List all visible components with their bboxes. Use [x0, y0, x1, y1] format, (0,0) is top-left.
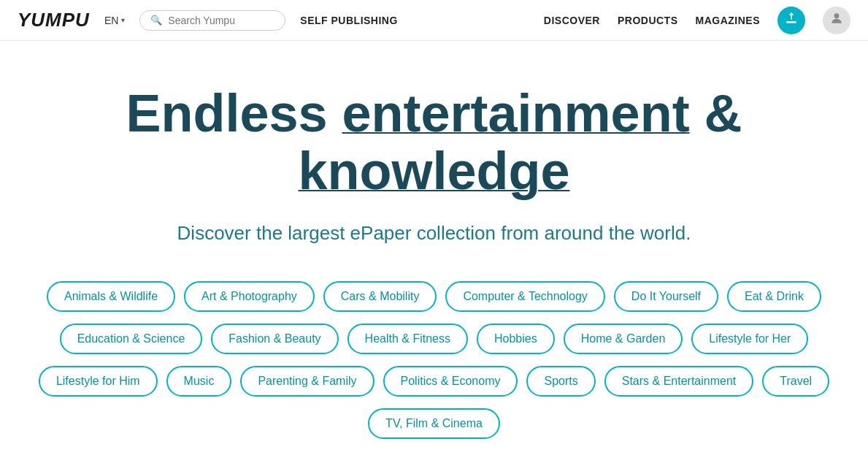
headline-prefix: Endless — [126, 84, 342, 142]
navbar: YUMPU EN ▾ 🔍 SELF PUBLISHING DISCOVER PR… — [0, 0, 868, 41]
headline-entertainment[interactable]: entertainment — [342, 84, 690, 142]
category-pill-cars-mobility[interactable]: Cars & Mobility — [323, 281, 437, 312]
nav-discover[interactable]: DISCOVER — [544, 15, 600, 26]
category-grid: Animals & WildlifeArt & PhotographyCars … — [33, 281, 836, 439]
category-pill-sports[interactable]: Sports — [526, 366, 595, 397]
user-button[interactable] — [823, 7, 850, 34]
category-row-1: Education & ScienceFashion & BeautyHealt… — [60, 324, 809, 354]
upload-icon — [784, 11, 799, 29]
search-container: 🔍 — [139, 10, 285, 31]
category-pill-do-it-yourself[interactable]: Do It Yourself — [614, 281, 718, 312]
svg-point-0 — [834, 13, 840, 18]
category-pill-politics-economy[interactable]: Politics & Economy — [383, 366, 518, 397]
logo[interactable]: YUMPU — [18, 9, 90, 31]
category-pill-art-photography[interactable]: Art & Photography — [184, 281, 315, 312]
category-pill-lifestyle-for-her[interactable]: Lifestyle for Her — [691, 324, 808, 354]
category-pill-fashion-beauty[interactable]: Fashion & Beauty — [211, 324, 338, 354]
category-pill-stars-entertainment[interactable]: Stars & Entertainment — [604, 366, 754, 397]
category-pill-eat-drink[interactable]: Eat & Drink — [727, 281, 821, 312]
hero-headline: Endless entertainment & knowledge — [29, 85, 839, 200]
headline-knowledge[interactable]: knowledge — [298, 142, 569, 200]
category-pill-education-science[interactable]: Education & Science — [60, 324, 203, 354]
category-row-2: Lifestyle for HimMusicParenting & Family… — [39, 366, 829, 397]
nav-self-publishing[interactable]: SELF PUBLISHING — [300, 15, 398, 26]
category-pill-computer-technology[interactable]: Computer & Technology — [445, 281, 604, 312]
category-pill-music[interactable]: Music — [166, 366, 232, 397]
headline-and: & — [690, 84, 742, 142]
user-icon — [829, 11, 844, 29]
category-pill-animals-wildlife[interactable]: Animals & Wildlife — [47, 281, 175, 312]
category-pill-home-garden[interactable]: Home & Garden — [564, 324, 683, 354]
chevron-down-icon: ▾ — [121, 16, 125, 24]
hero-subtitle: Discover the largest ePaper collection f… — [177, 222, 691, 245]
category-pill-health-fitness[interactable]: Health & Fitness — [347, 324, 468, 354]
main-content: Endless entertainment & knowledge Discov… — [0, 41, 868, 468]
search-input[interactable] — [168, 15, 274, 26]
category-pill-hobbies[interactable]: Hobbies — [477, 324, 555, 354]
category-pill-parenting-family[interactable]: Parenting & Family — [240, 366, 374, 397]
category-row-0: Animals & WildlifeArt & PhotographyCars … — [47, 281, 821, 312]
category-pill-lifestyle-for-him[interactable]: Lifestyle for Him — [39, 366, 158, 397]
language-selector[interactable]: EN ▾ — [104, 15, 125, 26]
lang-label: EN — [104, 15, 118, 26]
category-pill-travel[interactable]: Travel — [762, 366, 829, 397]
category-pill-tv-film-cinema[interactable]: TV, Film & Cinema — [368, 408, 500, 439]
nav-right: DISCOVER PRODUCTS MAGAZINES — [544, 7, 850, 34]
nav-magazines[interactable]: MAGAZINES — [696, 15, 761, 26]
category-row-3: TV, Film & Cinema — [368, 408, 500, 439]
upload-button[interactable] — [777, 7, 805, 34]
nav-products[interactable]: PRODUCTS — [618, 15, 678, 26]
search-icon: 🔍 — [150, 15, 162, 26]
